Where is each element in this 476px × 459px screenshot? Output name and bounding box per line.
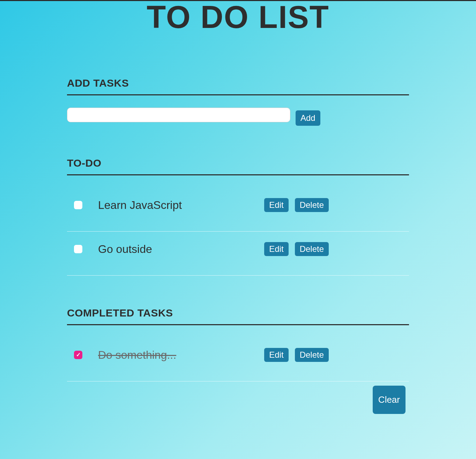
task-text: Go outside — [98, 243, 264, 256]
clear-button[interactable]: Clear — [373, 386, 406, 414]
add-tasks-heading: ADD TASKS — [67, 77, 409, 89]
task-text: Do something... — [98, 349, 264, 362]
add-task-row: Add — [67, 108, 409, 126]
clear-wrapper: Clear — [67, 386, 409, 414]
task-actions: Edit Delete — [264, 348, 329, 362]
section-divider — [67, 94, 409, 95]
task-item: Do something... Edit Delete — [67, 337, 409, 381]
delete-button[interactable]: Delete — [295, 242, 329, 256]
task-actions: Edit Delete — [264, 198, 329, 212]
section-divider — [67, 174, 409, 175]
task-text: Learn JavaScript — [98, 199, 264, 212]
edit-button[interactable]: Edit — [264, 348, 288, 362]
section-divider — [67, 324, 409, 325]
todo-heading: TO-DO — [67, 157, 409, 169]
task-actions: Edit Delete — [264, 242, 329, 256]
task-input[interactable] — [67, 108, 290, 122]
edit-button[interactable]: Edit — [264, 198, 288, 212]
delete-button[interactable]: Delete — [295, 198, 329, 212]
task-checkbox[interactable] — [74, 201, 82, 209]
task-checkbox[interactable] — [74, 351, 82, 359]
todo-section: TO-DO Learn JavaScript Edit Delete Go ou… — [67, 157, 409, 276]
add-button[interactable]: Add — [296, 110, 320, 126]
task-item: Learn JavaScript Edit Delete — [67, 188, 409, 232]
add-tasks-section: ADD TASKS Add — [67, 77, 409, 126]
completed-heading: COMPLETED TASKS — [67, 307, 409, 319]
task-item: Go outside Edit Delete — [67, 232, 409, 276]
page-title: TO DO LIST — [67, 0, 409, 35]
task-checkbox[interactable] — [74, 245, 82, 253]
delete-button[interactable]: Delete — [295, 348, 329, 362]
edit-button[interactable]: Edit — [264, 242, 288, 256]
completed-section: COMPLETED TASKS Do something... Edit Del… — [67, 307, 409, 414]
